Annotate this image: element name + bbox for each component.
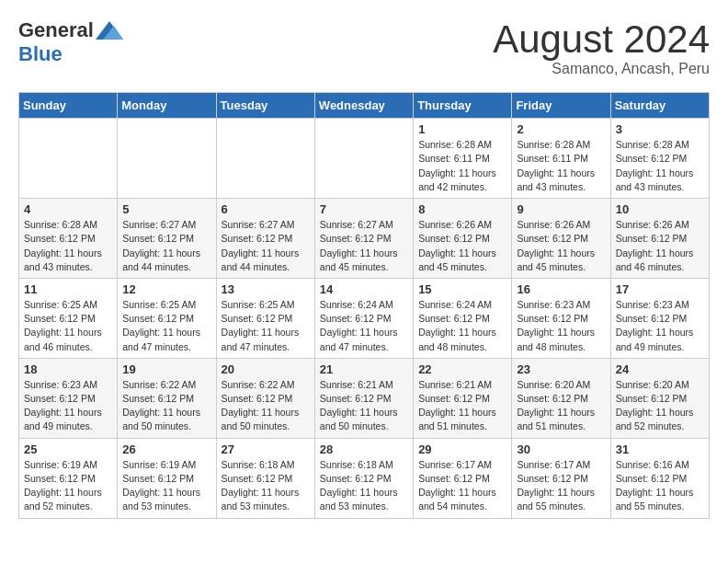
day-info: Sunrise: 6:25 AM Sunset: 6:12 PM Dayligh… [122,298,210,354]
day-cell-9: 9Sunrise: 6:26 AM Sunset: 6:12 PM Daylig… [512,199,610,279]
day-cell-12: 12Sunrise: 6:25 AM Sunset: 6:12 PM Dayli… [118,278,216,358]
day-info: Sunrise: 6:26 AM Sunset: 6:12 PM Dayligh… [616,218,704,274]
weekday-header-thursday: Thursday [414,93,512,119]
day-number: 22 [418,362,506,376]
day-number: 24 [616,362,704,376]
day-cell-5: 5Sunrise: 6:27 AM Sunset: 6:12 PM Daylig… [118,199,216,279]
day-cell-22: 22Sunrise: 6:21 AM Sunset: 6:12 PM Dayli… [414,358,512,438]
day-number: 30 [517,442,605,456]
logo: General Blue [18,18,123,66]
day-number: 12 [122,282,210,296]
day-number: 28 [320,442,408,456]
page-header: General Blue August 2024 Samanco, Ancash… [18,18,710,77]
day-cell-19: 19Sunrise: 6:22 AM Sunset: 6:12 PM Dayli… [118,358,216,438]
day-cell-2: 2Sunrise: 6:28 AM Sunset: 6:11 PM Daylig… [512,119,610,199]
weekday-header-monday: Monday [118,93,216,119]
day-number: 18 [24,362,112,376]
empty-cell [19,119,118,199]
day-number: 11 [24,282,112,296]
day-info: Sunrise: 6:23 AM Sunset: 6:12 PM Dayligh… [517,298,605,354]
day-cell-11: 11Sunrise: 6:25 AM Sunset: 6:12 PM Dayli… [19,278,118,358]
day-cell-25: 25Sunrise: 6:19 AM Sunset: 6:12 PM Dayli… [19,438,118,518]
day-number: 10 [616,202,704,216]
day-info: Sunrise: 6:24 AM Sunset: 6:12 PM Dayligh… [320,298,408,354]
day-number: 29 [418,442,506,456]
day-number: 20 [222,362,310,376]
empty-cell [118,119,216,199]
logo-icon [96,21,123,40]
day-cell-13: 13Sunrise: 6:25 AM Sunset: 6:12 PM Dayli… [216,278,314,358]
week-row-3: 11Sunrise: 6:25 AM Sunset: 6:12 PM Dayli… [19,278,710,358]
day-cell-7: 7Sunrise: 6:27 AM Sunset: 6:12 PM Daylig… [314,199,413,279]
day-number: 27 [222,442,310,456]
day-cell-17: 17Sunrise: 6:23 AM Sunset: 6:12 PM Dayli… [610,278,709,358]
day-cell-23: 23Sunrise: 6:20 AM Sunset: 6:12 PM Dayli… [512,358,610,438]
day-number: 14 [320,282,408,296]
day-info: Sunrise: 6:25 AM Sunset: 6:12 PM Dayligh… [24,298,112,354]
weekday-header-friday: Friday [512,93,610,119]
empty-cell [216,119,314,199]
day-number: 23 [517,362,605,376]
day-info: Sunrise: 6:26 AM Sunset: 6:12 PM Dayligh… [418,218,506,274]
day-number: 1 [418,122,506,136]
weekday-header-wednesday: Wednesday [314,93,413,119]
day-info: Sunrise: 6:28 AM Sunset: 6:11 PM Dayligh… [517,138,605,194]
day-info: Sunrise: 6:19 AM Sunset: 6:12 PM Dayligh… [24,458,112,514]
day-cell-1: 1Sunrise: 6:28 AM Sunset: 6:11 PM Daylig… [414,119,512,199]
day-cell-27: 27Sunrise: 6:18 AM Sunset: 6:12 PM Dayli… [216,438,314,518]
day-cell-8: 8Sunrise: 6:26 AM Sunset: 6:12 PM Daylig… [414,199,512,279]
day-number: 31 [616,442,704,456]
day-number: 2 [517,122,605,136]
day-info: Sunrise: 6:20 AM Sunset: 6:12 PM Dayligh… [517,378,605,434]
day-info: Sunrise: 6:23 AM Sunset: 6:12 PM Dayligh… [616,298,704,354]
day-info: Sunrise: 6:27 AM Sunset: 6:12 PM Dayligh… [320,218,408,274]
day-info: Sunrise: 6:21 AM Sunset: 6:12 PM Dayligh… [418,378,506,434]
day-cell-15: 15Sunrise: 6:24 AM Sunset: 6:12 PM Dayli… [414,278,512,358]
day-info: Sunrise: 6:18 AM Sunset: 6:12 PM Dayligh… [222,458,310,514]
day-number: 15 [418,282,506,296]
weekday-header-saturday: Saturday [610,93,709,119]
day-cell-26: 26Sunrise: 6:19 AM Sunset: 6:12 PM Dayli… [118,438,216,518]
day-cell-14: 14Sunrise: 6:24 AM Sunset: 6:12 PM Dayli… [314,278,413,358]
day-info: Sunrise: 6:24 AM Sunset: 6:12 PM Dayligh… [418,298,506,354]
day-number: 17 [616,282,704,296]
day-number: 8 [418,202,506,216]
day-info: Sunrise: 6:16 AM Sunset: 6:12 PM Dayligh… [616,458,704,514]
day-info: Sunrise: 6:27 AM Sunset: 6:12 PM Dayligh… [122,218,210,274]
day-cell-31: 31Sunrise: 6:16 AM Sunset: 6:12 PM Dayli… [610,438,709,518]
week-row-2: 4Sunrise: 6:28 AM Sunset: 6:12 PM Daylig… [19,199,710,279]
day-cell-21: 21Sunrise: 6:21 AM Sunset: 6:12 PM Dayli… [314,358,413,438]
weekday-header-tuesday: Tuesday [216,93,314,119]
day-cell-30: 30Sunrise: 6:17 AM Sunset: 6:12 PM Dayli… [512,438,610,518]
day-info: Sunrise: 6:28 AM Sunset: 6:11 PM Dayligh… [418,138,506,194]
day-number: 19 [122,362,210,376]
day-info: Sunrise: 6:25 AM Sunset: 6:12 PM Dayligh… [222,298,310,354]
empty-cell [314,119,413,199]
day-info: Sunrise: 6:21 AM Sunset: 6:12 PM Dayligh… [320,378,408,434]
title-area: August 2024 Samanco, Ancash, Peru [493,18,710,77]
day-cell-10: 10Sunrise: 6:26 AM Sunset: 6:12 PM Dayli… [610,199,709,279]
week-row-1: 1Sunrise: 6:28 AM Sunset: 6:11 PM Daylig… [19,119,710,199]
day-info: Sunrise: 6:26 AM Sunset: 6:12 PM Dayligh… [517,218,605,274]
location-subtitle: Samanco, Ancash, Peru [493,61,710,77]
day-number: 21 [320,362,408,376]
day-cell-28: 28Sunrise: 6:18 AM Sunset: 6:12 PM Dayli… [314,438,413,518]
day-cell-24: 24Sunrise: 6:20 AM Sunset: 6:12 PM Dayli… [610,358,709,438]
week-row-5: 25Sunrise: 6:19 AM Sunset: 6:12 PM Dayli… [19,438,710,518]
day-cell-16: 16Sunrise: 6:23 AM Sunset: 6:12 PM Dayli… [512,278,610,358]
day-number: 26 [122,442,210,456]
day-number: 13 [222,282,310,296]
day-number: 3 [616,122,704,136]
day-cell-29: 29Sunrise: 6:17 AM Sunset: 6:12 PM Dayli… [414,438,512,518]
day-info: Sunrise: 6:17 AM Sunset: 6:12 PM Dayligh… [418,458,506,514]
day-info: Sunrise: 6:22 AM Sunset: 6:12 PM Dayligh… [222,378,310,434]
day-info: Sunrise: 6:18 AM Sunset: 6:12 PM Dayligh… [320,458,408,514]
day-info: Sunrise: 6:28 AM Sunset: 6:12 PM Dayligh… [24,218,112,274]
day-number: 9 [517,202,605,216]
day-info: Sunrise: 6:20 AM Sunset: 6:12 PM Dayligh… [616,378,704,434]
day-info: Sunrise: 6:28 AM Sunset: 6:12 PM Dayligh… [616,138,704,194]
week-row-4: 18Sunrise: 6:23 AM Sunset: 6:12 PM Dayli… [19,358,710,438]
day-cell-6: 6Sunrise: 6:27 AM Sunset: 6:12 PM Daylig… [216,199,314,279]
day-number: 4 [24,202,112,216]
day-info: Sunrise: 6:19 AM Sunset: 6:12 PM Dayligh… [122,458,210,514]
